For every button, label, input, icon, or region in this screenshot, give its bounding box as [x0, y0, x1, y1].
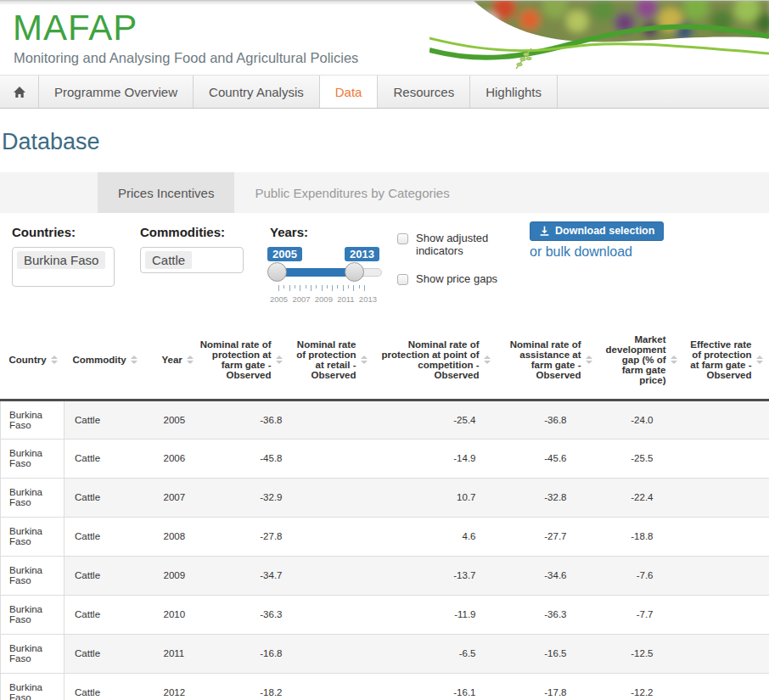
table-cell: 2011 [141, 634, 196, 673]
tab-public-expenditures[interactable]: Public Expenditures by Categories [234, 172, 469, 213]
sort-arrows-icon[interactable] [586, 356, 592, 364]
column-header-4[interactable]: Nominal rate of protection at retail - O… [289, 322, 374, 400]
show-price-gaps-row: Show price gaps [397, 272, 499, 285]
commodities-label: Commodities: [140, 225, 244, 239]
column-header-5[interactable]: Nominal rate of protection at point of c… [374, 322, 497, 400]
table-cell: -36.8 [196, 400, 289, 439]
table-header: CountryCommodityYearNominal rate of prot… [1, 322, 769, 400]
table-cell: -22.4 [599, 478, 684, 517]
table-cell: 2007 [141, 478, 196, 517]
column-header-0[interactable]: Country [1, 322, 65, 400]
table-row: Burkina FasoCattle2009-34.7-13.7-34.6-7.… [1, 556, 769, 595]
table-cell: -32.8 [497, 478, 599, 517]
sort-arrows-icon[interactable] [484, 356, 491, 364]
tab-label: Prices Incentives [118, 186, 214, 200]
table-cell [684, 400, 769, 439]
table-cell: -25.4 [374, 400, 497, 439]
show-adjusted-checkbox[interactable] [397, 233, 408, 244]
slider-tick-label: 2005 [270, 294, 288, 304]
countries-filter: Countries: Burkina Faso [12, 225, 115, 287]
table-cell: -36.3 [196, 595, 289, 634]
nav-resources[interactable]: Resources [378, 76, 470, 108]
nav-highlights[interactable]: Highlights [470, 76, 558, 108]
sort-arrows-icon[interactable] [187, 356, 194, 364]
table-cell: -11.9 [374, 595, 497, 634]
sort-arrows-icon[interactable] [51, 356, 58, 364]
sort-arrows-icon[interactable] [131, 356, 138, 364]
year-start-badge: 2005 [267, 247, 302, 261]
slider-handle-min[interactable] [267, 262, 287, 282]
table-cell: -45.8 [196, 439, 289, 478]
column-header-label: Country [9, 355, 47, 365]
table-cell: 4.6 [374, 517, 497, 556]
countries-label: Countries: [12, 225, 115, 239]
table-cell: Cattle [65, 400, 141, 439]
sort-arrows-icon[interactable] [361, 356, 368, 364]
years-label: Years: [270, 225, 372, 239]
nav-country-analysis[interactable]: Country Analysis [194, 76, 320, 108]
column-header-6[interactable]: Nominal rate of assistance at farm gate … [497, 322, 599, 400]
show-adjusted-label: Show adjusted indicators [416, 232, 499, 257]
table-cell [289, 517, 374, 556]
sort-arrows-icon[interactable] [276, 356, 283, 364]
sort-arrows-icon[interactable] [671, 356, 677, 364]
commodity-selected-option[interactable]: Cattle [145, 251, 192, 269]
column-header-label: Commodity [73, 355, 126, 365]
table-cell: -12.2 [599, 673, 684, 700]
slider-handle-max[interactable] [345, 262, 364, 282]
nav-label: Highlights [486, 85, 542, 99]
table-cell [289, 556, 374, 595]
table-row: Burkina FasoCattle2005-36.8-25.4-36.8-24… [1, 400, 769, 439]
show-price-gaps-label: Show price gaps [416, 272, 497, 285]
table-cell: -45.6 [497, 439, 599, 478]
table-cell: 2005 [141, 400, 196, 439]
slider-tick-label: 2013 [359, 294, 377, 304]
table-cell: Cattle [65, 595, 141, 634]
table-header-row: CountryCommodityYearNominal rate of prot… [1, 322, 769, 400]
table-cell: -12.5 [599, 634, 684, 673]
sort-arrows-icon[interactable] [756, 356, 763, 364]
table-row: Burkina FasoCattle2006-45.8-14.9-45.6-25… [1, 439, 769, 478]
commodities-select[interactable]: Cattle [140, 247, 244, 273]
column-header-8[interactable]: Effective rate of protection at farm gat… [684, 322, 769, 400]
table-cell: 2006 [141, 439, 196, 478]
table-cell: -16.8 [196, 634, 289, 673]
table-cell: -16.5 [497, 634, 599, 673]
slider-track[interactable] [270, 268, 372, 276]
table-cell [289, 595, 374, 634]
countries-select[interactable]: Burkina Faso [12, 247, 115, 287]
nav-programme-overview[interactable]: Programme Overview [39, 76, 194, 108]
results-table: CountryCommodityYearNominal rate of prot… [0, 322, 769, 700]
nav-label: Resources [393, 85, 454, 99]
nav-data[interactable]: Data [320, 76, 379, 108]
nav-home[interactable] [0, 76, 39, 108]
table-cell: -13.7 [374, 556, 497, 595]
bulk-download-link[interactable]: or bulk download [530, 244, 664, 260]
table-cell [289, 634, 374, 673]
table-cell: Cattle [65, 439, 141, 478]
mafap-logo[interactable]: MAFAP [13, 8, 138, 48]
table-cell: -18.8 [599, 517, 684, 556]
slider-ticks [278, 285, 365, 292]
download-icon [539, 226, 550, 237]
home-icon [13, 86, 26, 98]
column-header-1[interactable]: Commodity [65, 322, 141, 400]
table-cell [289, 439, 374, 478]
column-header-2[interactable]: Year [141, 322, 196, 400]
main-nav: Programme Overview Country Analysis Data… [0, 75, 769, 109]
nav-label: Programme Overview [54, 85, 177, 99]
column-header-3[interactable]: Nominal rate of protection at farm gate … [196, 322, 289, 400]
download-selection-button[interactable]: Download selection [530, 221, 664, 241]
table-cell: -34.6 [497, 556, 599, 595]
commodities-filter: Commodities: Cattle [140, 225, 244, 273]
column-header-label: Year [162, 355, 182, 365]
table-cell: -17.8 [497, 673, 599, 700]
years-filter: Years: 2005 2013 20052007200920112013 [270, 225, 372, 304]
country-selected-option[interactable]: Burkina Faso [17, 251, 105, 269]
table-cell: Cattle [65, 478, 141, 517]
table-cell: Cattle [65, 556, 141, 595]
column-header-7[interactable]: Market development gap (% of farm gate p… [599, 322, 684, 400]
tab-prices-incentives[interactable]: Prices Incentives [98, 172, 234, 213]
table-row: Burkina FasoCattle2007-32.910.7-32.8-22.… [1, 478, 769, 517]
show-price-gaps-checkbox[interactable] [397, 274, 408, 285]
